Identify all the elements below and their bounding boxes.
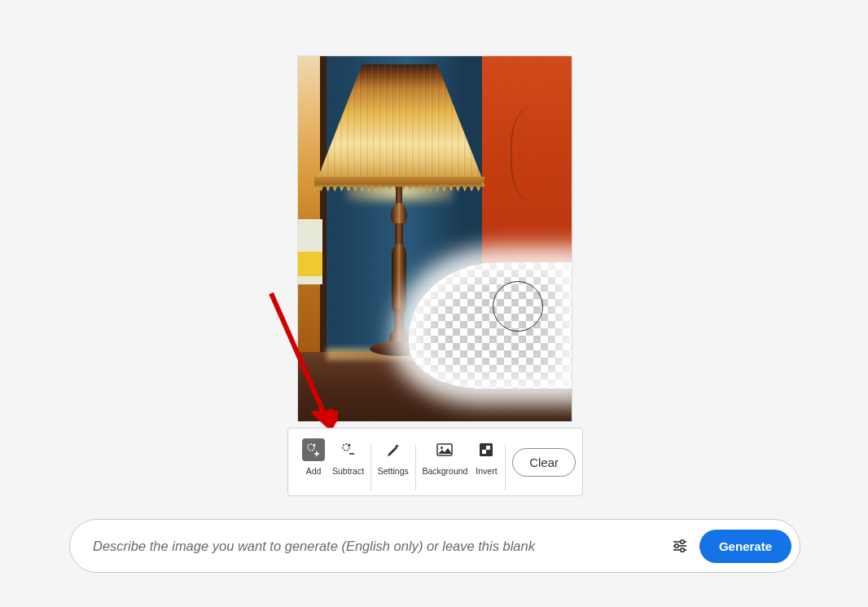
tool-label: Settings bbox=[378, 466, 409, 476]
sliders-icon bbox=[671, 537, 689, 555]
svg-point-17 bbox=[681, 540, 685, 544]
svg-point-11 bbox=[441, 446, 443, 449]
clear-button[interactable]: Clear bbox=[512, 448, 576, 477]
generate-button[interactable]: Generate bbox=[699, 530, 791, 563]
tool-label: Invert bbox=[476, 466, 497, 476]
svg-rect-15 bbox=[486, 450, 490, 454]
prompt-settings-button[interactable] bbox=[665, 531, 695, 561]
tool-label: Background bbox=[422, 466, 467, 476]
background-icon bbox=[433, 438, 456, 461]
settings-tool-button[interactable]: Settings bbox=[375, 438, 412, 476]
edited-image bbox=[298, 56, 572, 421]
prompt-bar: Generate bbox=[69, 519, 800, 573]
svg-point-21 bbox=[681, 548, 685, 552]
invert-tool-button[interactable]: Invert bbox=[471, 438, 502, 476]
prompt-input[interactable] bbox=[93, 539, 665, 554]
generative-fill-toolbar: Add Subtract Settings Background bbox=[287, 428, 583, 496]
brush-cursor bbox=[493, 281, 543, 332]
add-tool-button[interactable]: Add bbox=[298, 438, 329, 476]
svg-point-19 bbox=[675, 544, 679, 548]
brush-settings-icon bbox=[382, 438, 405, 461]
subtract-tool-button[interactable]: Subtract bbox=[329, 438, 367, 476]
tool-label: Add bbox=[306, 466, 322, 476]
add-brush-icon bbox=[302, 438, 325, 461]
background-tool-button[interactable]: Background bbox=[419, 438, 471, 476]
svg-rect-14 bbox=[482, 446, 486, 450]
subtract-brush-icon bbox=[337, 438, 360, 461]
invert-icon bbox=[475, 438, 498, 461]
canvas-preview[interactable] bbox=[297, 55, 572, 422]
tool-label: Subtract bbox=[332, 466, 364, 476]
